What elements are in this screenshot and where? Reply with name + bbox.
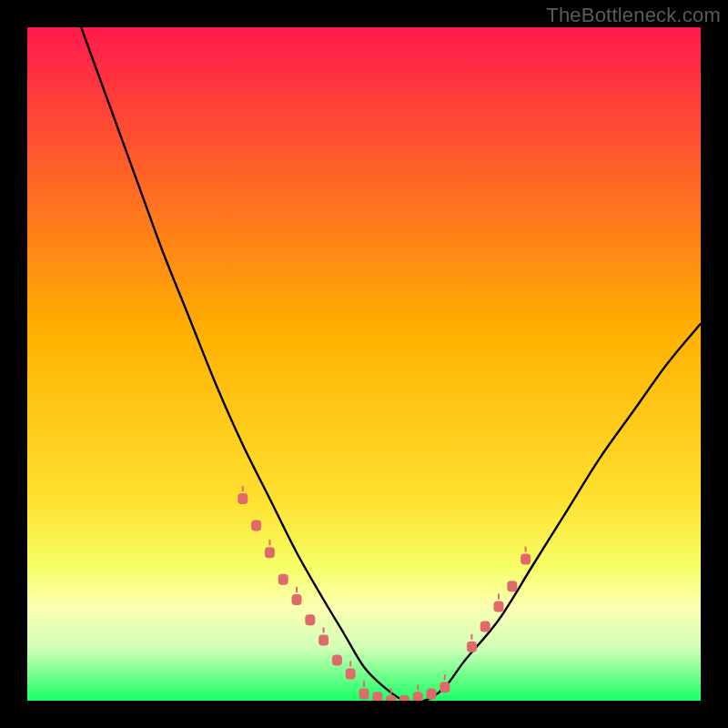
data-marker — [238, 493, 248, 504]
data-marker — [251, 521, 261, 531]
data-marker — [427, 689, 437, 700]
data-marker — [440, 682, 450, 693]
bottleneck-chart — [27, 27, 701, 701]
data-marker — [399, 695, 410, 701]
data-marker — [292, 594, 302, 605]
data-marker — [265, 547, 275, 558]
data-marker — [305, 614, 315, 625]
data-marker — [507, 581, 517, 592]
data-marker — [332, 655, 342, 666]
data-marker — [480, 622, 490, 632]
data-marker — [467, 642, 477, 652]
data-marker — [521, 554, 531, 565]
data-marker — [318, 634, 329, 645]
watermark-text: TheBottleneck.com — [546, 4, 721, 27]
data-marker — [278, 574, 288, 585]
gradient-background — [27, 27, 701, 701]
chart-frame — [27, 27, 701, 701]
data-marker — [386, 695, 396, 701]
data-marker — [346, 668, 356, 679]
data-marker — [372, 692, 382, 701]
data-marker — [494, 601, 504, 612]
data-marker — [359, 689, 369, 700]
data-marker — [413, 692, 423, 701]
